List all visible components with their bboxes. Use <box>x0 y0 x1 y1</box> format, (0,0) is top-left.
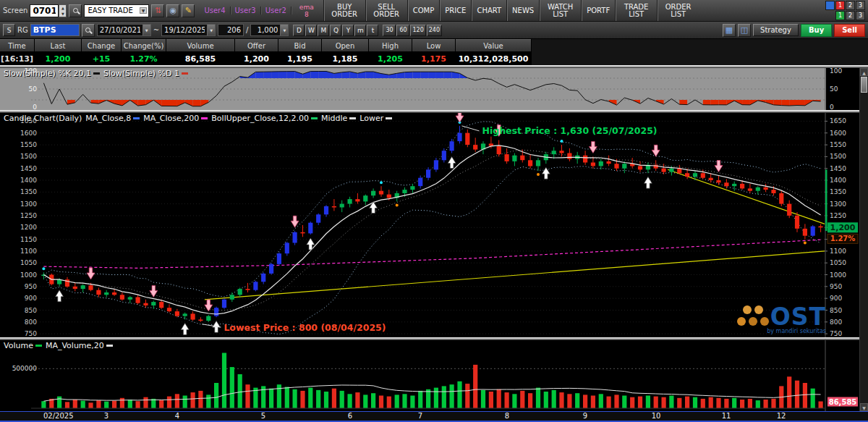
svg-text:50: 50 <box>29 85 38 93</box>
bar-count-input[interactable] <box>218 24 244 36</box>
quote-value-bid: 1,195 <box>278 52 321 65</box>
svg-text:Highest Price : 1,630 (25/07/2: Highest Price : 1,630 (25/07/2025) <box>482 125 658 136</box>
strategy-button[interactable]: Strategy <box>753 24 799 36</box>
user-tab-user4[interactable]: User4 <box>200 7 230 14</box>
window-button-2[interactable]: 2 <box>846 1 855 10</box>
s-button[interactable]: S <box>3 24 15 36</box>
svg-text:1350: 1350 <box>830 188 846 195</box>
volume-chart[interactable]: 50000086,585 <box>0 340 868 411</box>
window-button-1[interactable]: 1 <box>835 1 845 10</box>
ema-value: 8 <box>305 11 309 18</box>
svg-text:1050: 1050 <box>20 259 37 266</box>
date-to-input[interactable] <box>162 26 207 34</box>
chart-layout-icon-button[interactable]: ◫ <box>738 24 751 37</box>
quote-column-volume: Volume86,585 <box>166 39 235 65</box>
svg-text:1300: 1300 <box>830 201 846 208</box>
svg-text:1000: 1000 <box>20 271 37 279</box>
period-button-y[interactable]: Y <box>342 25 354 36</box>
menu-item-sell-order[interactable]: SELL ORDER <box>365 0 407 21</box>
buy-button[interactable]: Buy <box>801 24 832 37</box>
chart-grid-icon-button[interactable]: ▦ <box>723 24 736 37</box>
menu-item-chart[interactable]: CHART <box>471 0 506 21</box>
bar-total-input[interactable] <box>251 26 280 34</box>
chevron-down-icon: ▼ <box>140 7 148 14</box>
time-axis-label-8: 8 <box>505 412 509 421</box>
mode-dropdown[interactable]: EASY TRADE ▼ <box>84 4 149 17</box>
mode-dropdown-value: EASY TRADE <box>88 7 132 14</box>
menu-item-buy-order[interactable]: BUY ORDER <box>323 0 365 21</box>
transfer-icon-button[interactable]: ⇅ <box>151 4 164 17</box>
svg-text:1600: 1600 <box>830 130 846 137</box>
user-tab-user3[interactable]: User3 <box>231 7 261 14</box>
screen-number-spinner[interactable]: ▲▼ <box>59 4 67 17</box>
candle-chart-panel: Candle Chart(Daily)MA_Close,8MA_Close,20… <box>0 113 868 337</box>
time-axis-label-4: 4 <box>175 412 179 421</box>
quote-value-time: [16:13] <box>0 52 34 65</box>
user-tab-user2[interactable]: User2 <box>261 7 292 14</box>
menu-item-portf[interactable]: PORTF <box>581 0 615 21</box>
period-button-d[interactable]: D <box>293 25 305 36</box>
main-menu: BUY ORDERSELL ORDERCOMPPRICECHARTNEWSWAT… <box>323 0 820 21</box>
quote-column-offer: Offer1,200 <box>235 39 278 65</box>
minute-button-120[interactable]: 120 <box>410 25 425 36</box>
chevron-down-icon[interactable]: ▼ <box>280 25 288 35</box>
svg-text:1650: 1650 <box>20 117 37 125</box>
period-button-w[interactable]: W <box>305 25 317 36</box>
date-from-input[interactable] <box>98 26 142 34</box>
menu-item-watch-list[interactable]: WATCH LIST <box>539 0 581 21</box>
quote-header-bid: Bid <box>278 39 321 52</box>
quote-column-bid: Bid1,195 <box>278 39 322 65</box>
quote-filler <box>532 39 868 65</box>
quote-header-change: Change(%) <box>122 39 166 52</box>
window-button-2[interactable]: 2 <box>846 11 855 20</box>
window-button-3[interactable]: 3 <box>856 11 865 20</box>
minute-button-30[interactable]: 30 <box>383 25 396 36</box>
calendar-dropdown-icon[interactable]: ▼ <box>142 25 150 35</box>
period-button-m[interactable]: m <box>354 25 366 36</box>
svg-text:850: 850 <box>830 307 842 314</box>
period-button-m[interactable]: M <box>318 25 329 36</box>
svg-text:1000: 1000 <box>830 271 846 279</box>
menu-item-trade-list[interactable]: TRADE LIST <box>615 0 657 21</box>
window-button-1[interactable]: 1 <box>835 11 845 20</box>
screen-number-input[interactable] <box>30 4 59 17</box>
symbol-input[interactable] <box>30 24 80 36</box>
svg-text:1150: 1150 <box>20 236 37 243</box>
svg-text:0: 0 <box>33 104 37 110</box>
transfer-icon: ⇅ <box>155 6 161 15</box>
scrollbar-thumb[interactable] <box>861 77 867 93</box>
minute-button-60[interactable]: 60 <box>396 25 409 36</box>
spinner-up-icon[interactable]: ▲ <box>59 5 66 11</box>
brand-subtitle: by mandiri sekuritas <box>767 328 826 334</box>
minute-button-240[interactable]: 240 <box>427 25 442 36</box>
screen-search-button[interactable] <box>69 4 82 17</box>
quote-column-open: Open1,185 <box>322 39 369 65</box>
menu-item-price[interactable]: PRICE <box>439 0 471 21</box>
minute-buttons: 3060120240 <box>383 25 442 36</box>
stochastic-chart[interactable]: 100100505000 <box>0 68 868 110</box>
quote-table: Time[16:13]Last1,200Change+15Change(%)1.… <box>0 39 532 65</box>
scroll-down-button[interactable]: ▼ <box>860 403 868 411</box>
quote-header-volume: Volume <box>166 39 234 52</box>
quote-value-value: 10,312,028,500 <box>456 52 531 65</box>
period-buttons: DWMQYmt <box>293 25 378 36</box>
quote-value-change: +15 <box>82 52 121 65</box>
menu-item-news[interactable]: NEWS <box>506 0 539 21</box>
window-button-icon[interactable] <box>825 1 835 10</box>
chart-vertical-scrollbar[interactable]: ▲ ▼ <box>859 68 868 411</box>
window-button-3[interactable]: 3 <box>856 1 865 10</box>
period-button-t[interactable]: t <box>367 25 378 36</box>
pencil-icon-button[interactable]: ✎ <box>182 4 195 17</box>
menu-item-comp[interactable]: COMP <box>407 0 440 21</box>
menu-item-order-list[interactable]: ORDER LIST <box>657 0 699 21</box>
svg-text:750: 750 <box>25 330 37 337</box>
period-button-q[interactable]: Q <box>330 25 341 36</box>
calendar-dropdown-icon[interactable]: ▼ <box>207 25 215 35</box>
spinner-down-icon[interactable]: ▼ <box>59 11 66 17</box>
symbol-search-button[interactable] <box>82 24 95 37</box>
screen-label: Screen <box>3 7 27 14</box>
quote-column-value: Value10,312,028,500 <box>456 39 532 65</box>
sell-button[interactable]: Sell <box>834 24 865 37</box>
scroll-up-button[interactable]: ▲ <box>860 68 868 76</box>
camera-icon-button[interactable]: ◉ <box>166 4 179 17</box>
